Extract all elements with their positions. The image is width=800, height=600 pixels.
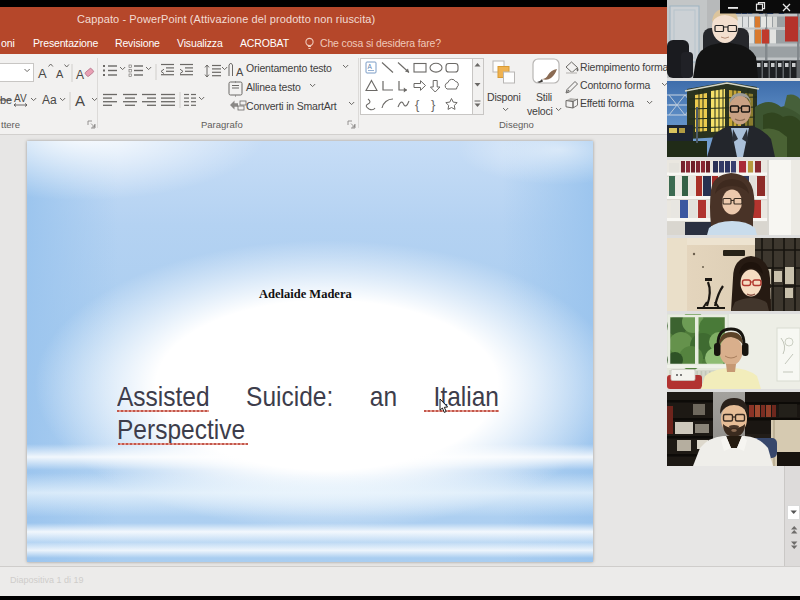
svg-text:{: { <box>415 97 420 112</box>
svg-text:AV: AV <box>14 93 27 104</box>
svg-text:A: A <box>56 68 64 80</box>
svg-text:A: A <box>236 66 244 78</box>
svg-text:A: A <box>76 68 84 82</box>
svg-text:A: A <box>38 66 47 81</box>
svg-text:A: A <box>368 63 373 70</box>
svg-text:}: } <box>431 97 436 112</box>
svg-text:A: A <box>75 92 85 109</box>
svg-text:Aa: Aa <box>42 93 57 107</box>
